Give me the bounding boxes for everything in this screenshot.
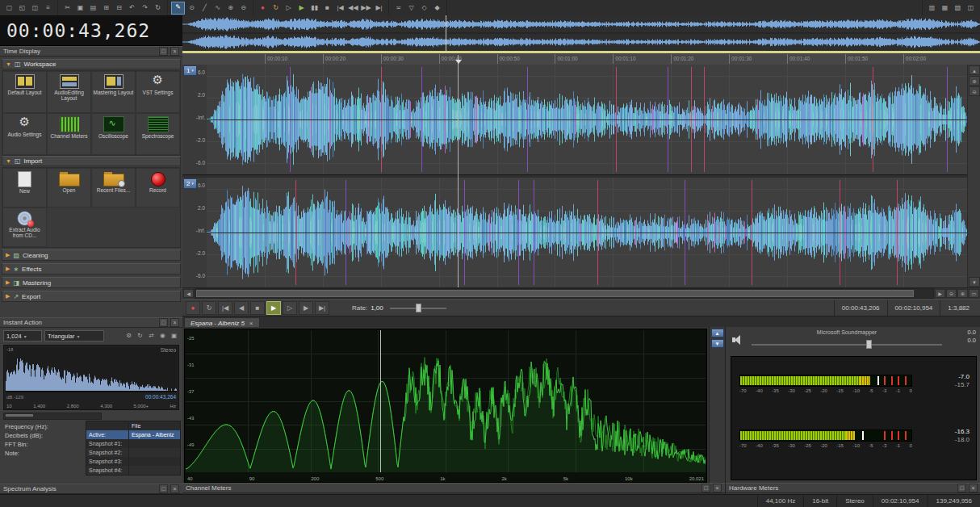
- scrollbar-track[interactable]: [195, 288, 934, 299]
- explorer-window-icon[interactable]: ◫: [965, 2, 977, 14]
- redo-icon[interactable]: ↷: [139, 2, 151, 14]
- slider-thumb[interactable]: [416, 304, 421, 312]
- properties-icon[interactable]: ≡: [42, 2, 54, 14]
- edit-tool-icon[interactable]: ✎: [171, 2, 185, 15]
- zoom-out-time-icon[interactable]: ⊖: [946, 289, 957, 298]
- copy-icon[interactable]: ▣: [74, 2, 86, 14]
- marker-icon[interactable]: ▽: [405, 2, 417, 14]
- import-item-record[interactable]: Record: [136, 168, 180, 207]
- workspace-item-audio-settings[interactable]: Audio Settings: [2, 113, 47, 155]
- undock-icon[interactable]: □: [957, 484, 966, 492]
- close-icon[interactable]: ×: [170, 318, 179, 327]
- play-normal-icon[interactable]: ▷: [283, 301, 297, 315]
- close-icon[interactable]: ×: [170, 484, 179, 493]
- close-icon[interactable]: ×: [249, 320, 253, 327]
- undo-icon[interactable]: ↶: [126, 2, 138, 14]
- slider-track[interactable]: [752, 344, 942, 346]
- channel-down-icon[interactable]: ▼: [711, 339, 724, 348]
- rewind-icon[interactable]: ◀: [234, 301, 249, 315]
- command-icon[interactable]: ◆: [431, 2, 443, 14]
- loop-playback-icon[interactable]: ↻: [270, 2, 282, 14]
- workspace-item-mastering-layout[interactable]: Mastering Layout: [91, 71, 136, 113]
- pencil-tool-icon[interactable]: ╱: [199, 2, 211, 14]
- import-item-new[interactable]: New: [2, 168, 47, 207]
- undock-icon[interactable]: □: [159, 318, 168, 327]
- import-item-recent-files[interactable]: Recent Files...: [91, 168, 136, 207]
- go-to-end-icon[interactable]: ▶|: [315, 301, 329, 315]
- close-icon[interactable]: ×: [969, 484, 978, 492]
- play-icon[interactable]: ▶: [295, 2, 308, 14]
- playhead-marker-icon[interactable]: [455, 60, 462, 64]
- region-icon[interactable]: ◇: [418, 2, 430, 14]
- import-section-header[interactable]: ▼ ◱ Import: [2, 156, 181, 166]
- time-display[interactable]: 00:00:43,262: [0, 15, 182, 46]
- video-window-icon[interactable]: ▦: [939, 2, 951, 14]
- section-mastering[interactable]: ▶◨Mastering: [2, 277, 181, 288]
- window-function-select[interactable]: Triangular ▾: [44, 330, 104, 341]
- file-overview-strip[interactable]: [182, 15, 980, 52]
- speaker-icon[interactable]: [732, 335, 743, 345]
- zoom-selection-icon[interactable]: ▭: [969, 289, 979, 298]
- scroll-left-icon[interactable]: ◀: [183, 289, 194, 298]
- envelope-tool-icon[interactable]: ∿: [211, 2, 224, 14]
- play-all-icon[interactable]: ▷: [283, 2, 295, 14]
- channel-2-wave-area[interactable]: [207, 178, 967, 287]
- zoom-out-icon[interactable]: ⊖: [237, 2, 249, 14]
- paste-icon[interactable]: ▤: [87, 2, 99, 14]
- section-effects[interactable]: ▶∗Effects: [2, 263, 181, 274]
- channel-up-icon[interactable]: ▲: [711, 329, 724, 337]
- scrollbar-thumb[interactable]: [196, 290, 914, 297]
- table-row-snapshot[interactable]: Snapshot #4:: [86, 466, 180, 475]
- zoom-in-time-icon[interactable]: ⊕: [957, 289, 968, 298]
- zoom-in-vertical-icon[interactable]: ⊕: [969, 76, 980, 86]
- forward-icon[interactable]: ▶: [299, 301, 313, 315]
- rate-slider[interactable]: [390, 304, 446, 312]
- sync-icon[interactable]: ⇄: [146, 330, 157, 341]
- cut-icon[interactable]: ✂: [61, 2, 73, 14]
- mixer-window-icon[interactable]: ▥: [926, 2, 938, 14]
- playhead-line[interactable]: [458, 55, 459, 287]
- zoom-out-vertical-icon[interactable]: ⊖: [969, 86, 980, 96]
- trim-icon[interactable]: ⊟: [113, 2, 125, 14]
- zoom-in-icon[interactable]: ⊕: [224, 2, 237, 14]
- record-icon[interactable]: ●: [186, 301, 200, 315]
- channel-1-wave-area[interactable]: [207, 65, 967, 174]
- import-item-extract-audio-from-cd[interactable]: Extract Audio from CD...: [2, 207, 47, 247]
- undock-icon[interactable]: □: [701, 484, 710, 492]
- table-row-snapshot[interactable]: Snapshot #3:: [86, 457, 180, 466]
- workspace-item-default-layout[interactable]: Default Layout: [2, 71, 47, 113]
- stop-icon[interactable]: ■: [250, 301, 265, 315]
- rewind-icon[interactable]: ◀◀: [347, 2, 359, 14]
- plugin-chain-icon[interactable]: ▧: [952, 2, 964, 14]
- settings-icon[interactable]: ⚙: [124, 330, 134, 341]
- table-row-snapshot[interactable]: Snapshot #1:: [86, 439, 180, 448]
- go-to-start-icon[interactable]: |◀: [334, 2, 346, 14]
- workspace-item-channel-meters[interactable]: Channel Meters: [47, 113, 91, 155]
- go-to-start-icon[interactable]: |◀: [218, 301, 232, 315]
- spectrum-scrollbar[interactable]: [3, 413, 102, 420]
- slider-thumb[interactable]: [866, 340, 872, 349]
- workspace-item-oscilloscope[interactable]: Oscilloscope: [91, 113, 136, 155]
- channel-1-badge[interactable]: 1 ▾: [183, 65, 197, 76]
- scroll-up-icon[interactable]: ▲: [969, 65, 980, 75]
- table-row-snapshot[interactable]: Snapshot #2:: [86, 448, 180, 457]
- output-gain-slider[interactable]: [752, 340, 942, 349]
- undock-icon[interactable]: □: [159, 484, 168, 493]
- channel-2-waveform-canvas[interactable]: [207, 178, 967, 287]
- spectrum-cursor-line[interactable]: [380, 330, 381, 472]
- loop-playback-icon[interactable]: ↻: [202, 301, 216, 315]
- open-file-icon[interactable]: ◱: [16, 2, 28, 14]
- workspace-item-spectroscope[interactable]: Spectroscope: [136, 113, 180, 155]
- save-icon[interactable]: ◫: [29, 2, 41, 14]
- workspace-section-header[interactable]: ▼ ◫ Workspace: [2, 59, 181, 69]
- time-ruler[interactable]: 00:00:1000:00:2000:00:3000:00:4000:00:50…: [182, 53, 980, 65]
- close-icon[interactable]: ×: [713, 484, 722, 492]
- section-export[interactable]: ▶↗Export: [2, 291, 181, 302]
- channel-2-badge[interactable]: 2 ▾: [183, 178, 197, 189]
- magnify-tool-icon[interactable]: ⊙: [186, 2, 198, 14]
- workspace-item-audioediting-layout[interactable]: AudioEditing Layout: [47, 71, 91, 113]
- repeat-icon[interactable]: ↻: [152, 2, 164, 14]
- hold-icon[interactable]: ▣: [169, 330, 179, 341]
- scroll-thumb[interactable]: [6, 414, 33, 417]
- close-icon[interactable]: ×: [170, 47, 179, 56]
